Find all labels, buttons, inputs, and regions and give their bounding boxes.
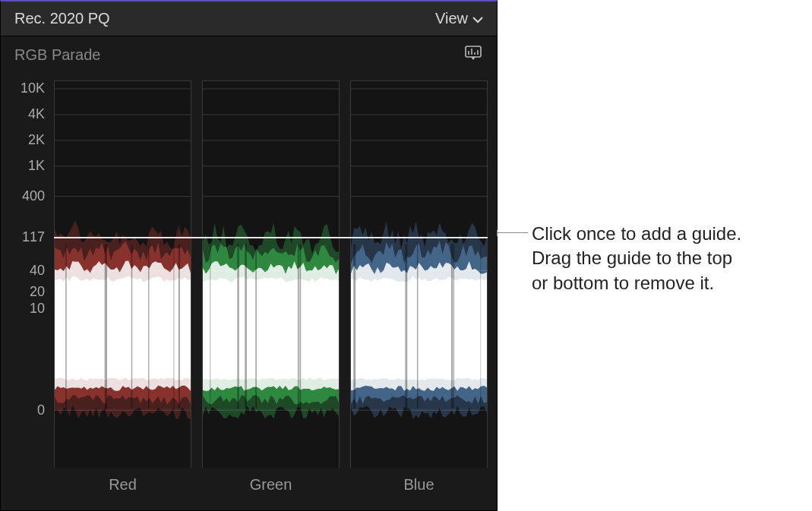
scope-header: Rec. 2020 PQ View [1,2,497,36]
annotation-line: or bottom to remove it. [532,271,741,295]
y-tick-label: 117 [22,229,45,245]
y-tick-label: 40 [30,263,45,279]
parade-column-red: Red [54,80,191,468]
y-axis: 10K4K2K1K4001174020100 [10,73,49,495]
y-tick-label: 1K [28,158,45,174]
channel-label: Blue [351,476,487,494]
guide-line[interactable] [54,237,488,238]
annotation-line: Click once to add a guide. [532,222,741,246]
video-scopes-panel: Rec. 2020 PQ View RGB Parade [0,0,498,511]
channel-label: Red [55,476,191,494]
waveform-display [351,81,487,468]
y-tick-label: 400 [22,188,45,204]
annotation-text: Click once to add a guide. Drag the guid… [532,222,741,295]
y-tick-label: 4K [28,106,45,122]
view-menu-button[interactable]: View [435,10,483,27]
waveform-display [55,81,191,468]
view-menu-label: View [435,10,468,27]
y-tick-label: 0 [37,402,45,418]
chevron-down-icon [472,10,483,27]
y-tick-label: 10 [30,301,45,317]
svg-rect-0 [466,46,481,57]
scope-settings-icon [463,44,483,62]
parade-column-blue: Blue [350,80,488,468]
y-tick-label: 20 [30,284,45,300]
y-tick-label: 2K [28,132,45,148]
scope-type-label: RGB Parade [14,46,100,64]
annotation-line: Drag the guide to the top [532,246,741,270]
channel-label: Green [203,476,339,494]
parade-columns: RedGreenBlue [54,80,488,495]
waveform-display [203,81,339,468]
scope-settings-button[interactable] [463,44,483,65]
y-tick-label: 10K [21,80,45,96]
color-space-label: Rec. 2020 PQ [14,10,110,27]
annotation-leader-line [498,232,528,233]
scope-subheader: RGB Parade [1,36,497,73]
parade-column-green: Green [202,80,340,468]
scope-plot-area[interactable]: 10K4K2K1K4001174020100 RedGreenBlue [10,73,488,495]
